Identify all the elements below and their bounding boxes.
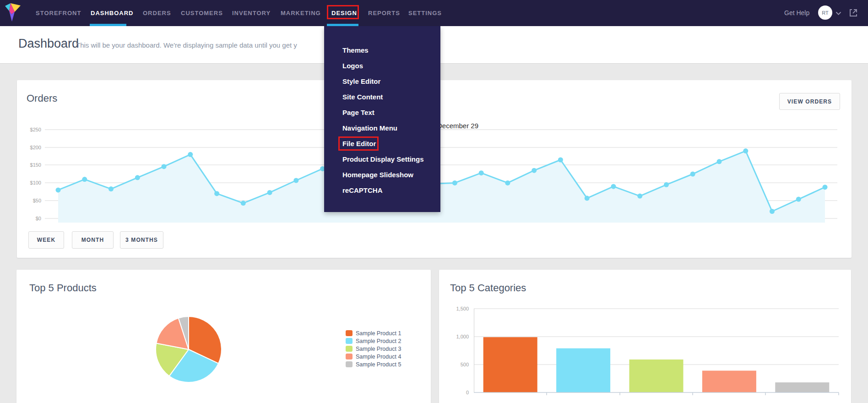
menu-item-page-text[interactable]: Page Text — [324, 105, 440, 120]
get-help-link[interactable]: Get Help — [784, 0, 809, 26]
menu-item-navigation-menu[interactable]: Navigation Menu — [324, 120, 440, 136]
legend-item: Sample Product 1 — [346, 329, 401, 337]
bar-chart-y-axis: 1,500 1,000 500 0 — [456, 306, 469, 395]
nav-item-orders[interactable]: ORDERS — [143, 0, 171, 26]
menu-item-style-editor[interactable]: Style Editor — [324, 74, 440, 89]
nav-item-inventory[interactable]: INVENTORY — [232, 0, 271, 26]
view-orders-button[interactable]: VIEW ORDERS — [779, 93, 840, 110]
orders-series — [56, 148, 828, 223]
nav-item-design[interactable]: DESIGN — [331, 0, 357, 26]
page-subtitle: This will be your dashboard. We're displ… — [76, 41, 297, 49]
svg-text:$50: $50 — [33, 198, 41, 203]
legend-item: Sample Product 5 — [346, 360, 401, 368]
svg-text:0: 0 — [466, 390, 469, 395]
legend-swatch-cyan — [346, 338, 353, 344]
menu-item-site-content[interactable]: Site Content — [324, 89, 440, 105]
design-dropdown-menu: Themes Logos Style Editor Site Content P… — [324, 26, 440, 212]
menu-item-file-editor[interactable]: File Editor — [324, 136, 440, 152]
legend-label: Sample Product 2 — [356, 338, 401, 344]
chevron-down-icon[interactable] — [836, 12, 841, 15]
nav-item-dashboard[interactable]: DASHBOARD — [91, 0, 134, 26]
legend-swatch-salmon — [346, 354, 353, 359]
legend-item: Sample Product 2 — [346, 337, 401, 345]
legend-label: Sample Product 3 — [356, 346, 401, 352]
svg-text:$150: $150 — [30, 162, 41, 168]
nav-item-marketing[interactable]: MARKETING — [281, 0, 321, 26]
pie-legend: Sample Product 1 Sample Product 2 Sample… — [346, 329, 401, 368]
legend-item: Sample Product 4 — [346, 353, 401, 360]
orders-panel-title: Orders — [27, 93, 57, 104]
svg-text:1,000: 1,000 — [456, 334, 469, 339]
menu-item-logos[interactable]: Logos — [324, 58, 440, 74]
range-month-button[interactable]: MONTH — [72, 231, 114, 249]
nav-item-customers[interactable]: CUSTOMERS — [181, 0, 223, 26]
avatar[interactable]: RT — [818, 5, 832, 20]
products-pie-chart — [154, 315, 223, 384]
svg-text:500: 500 — [461, 362, 469, 367]
bar-series — [483, 337, 830, 392]
design-active-underline — [327, 24, 358, 26]
top-navigation-bar: STOREFRONT DASHBOARD ORDERS CUSTOMERS IN… — [0, 0, 868, 26]
legend-label: Sample Product 1 — [356, 330, 401, 337]
legend-item: Sample Product 3 — [346, 345, 401, 353]
menu-item-homepage-slideshow[interactable]: Homepage Slideshow — [324, 167, 440, 183]
menu-item-recaptcha[interactable]: reCAPTCHA — [324, 183, 440, 198]
svg-text:$250: $250 — [30, 127, 41, 132]
categories-bar-chart: 1,500 1,000 500 0 — [453, 302, 847, 403]
top5-categories-title: Top 5 Categories — [450, 282, 526, 294]
top5-products-title: Top 5 Products — [29, 282, 97, 294]
svg-text:$100: $100 — [30, 180, 41, 185]
range-week-button[interactable]: WEEK — [28, 231, 64, 249]
legend-swatch-orange — [346, 330, 353, 336]
volusion-logo-icon[interactable] — [5, 3, 21, 22]
nav-item-reports[interactable]: REPORTS — [368, 0, 400, 26]
svg-text:1,500: 1,500 — [456, 306, 469, 311]
menu-item-themes[interactable]: Themes — [324, 43, 440, 58]
page-title: Dashboard — [18, 37, 79, 51]
svg-text:$200: $200 — [30, 145, 41, 150]
svg-text:$0: $0 — [36, 216, 41, 221]
legend-swatch-green — [346, 346, 353, 352]
external-link-icon[interactable] — [848, 8, 858, 18]
menu-item-product-display-settings[interactable]: Product Display Settings — [324, 152, 440, 167]
range-3months-button[interactable]: 3 MONTHS — [120, 231, 163, 249]
legend-swatch-gray — [346, 361, 353, 367]
dashboard-active-underline — [90, 24, 126, 26]
nav-item-storefront[interactable]: STOREFRONT — [36, 0, 81, 26]
chart-annotation-date: December 29 — [437, 122, 478, 130]
orders-chart-y-axis: $250 $200 $150 $100 $50 $0 — [30, 127, 41, 221]
legend-label: Sample Product 4 — [356, 354, 401, 360]
nav-item-settings[interactable]: SETTINGS — [408, 0, 442, 26]
app-window: STOREFRONT DASHBOARD ORDERS CUSTOMERS IN… — [0, 0, 868, 403]
legend-label: Sample Product 5 — [356, 361, 401, 368]
